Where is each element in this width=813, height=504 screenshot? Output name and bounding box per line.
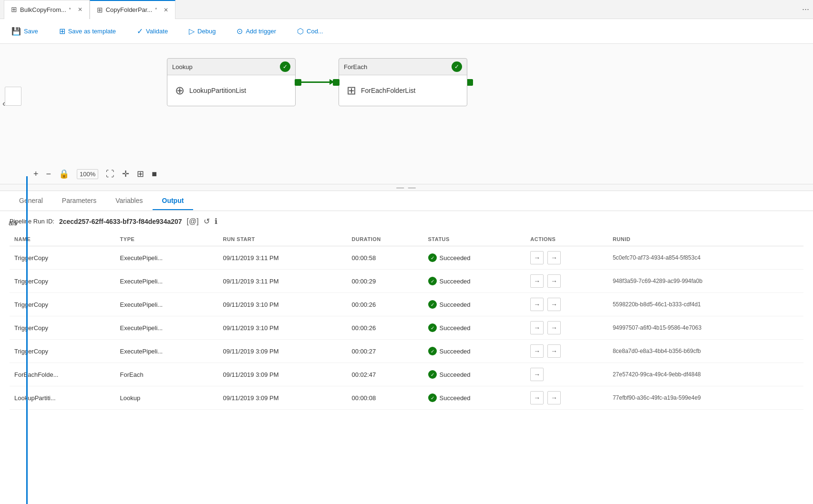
action-btn-2-4[interactable]: → bbox=[547, 344, 561, 358]
table-header: NAME TYPE RUN START DURATION STATUS ACTI… bbox=[10, 232, 803, 246]
canvas-select-tool[interactable]: ✛ bbox=[122, 169, 129, 179]
save-template-label: Save as template bbox=[68, 28, 116, 35]
foreach-node[interactable]: ForEach ✓ ⊞ ForEachFolderList bbox=[339, 58, 467, 106]
cell-type-0: ExecutePipeli... bbox=[115, 246, 218, 270]
lookup-node-icon: ⊕ bbox=[175, 84, 185, 97]
status-success-icon-4: ✓ bbox=[428, 347, 437, 355]
cell-run-start-3: 09/11/2019 3:10 PM bbox=[218, 316, 347, 340]
tab-copyfolder-label: CopyFolderPar... bbox=[106, 6, 153, 13]
tab-variables[interactable]: Variables bbox=[106, 192, 152, 210]
tab-general[interactable]: General bbox=[10, 192, 52, 210]
lookup-node[interactable]: Lookup ✓ ⊕ LookupPartitionList bbox=[167, 58, 296, 106]
table-row: TriggerCopy ExecutePipeli... 09/11/2019 … bbox=[10, 270, 803, 293]
cell-duration-1: 00:00:29 bbox=[347, 270, 423, 293]
cell-actions-3: → → bbox=[525, 316, 608, 340]
validate-label: Validate bbox=[146, 28, 168, 35]
divider-handle[interactable]: — — bbox=[0, 184, 813, 191]
table-row: LookupPartiti... Lookup 09/11/2019 3:09 … bbox=[10, 386, 803, 410]
action-btn-1-1[interactable]: → bbox=[530, 274, 544, 288]
tab-general-label: General bbox=[19, 197, 43, 204]
tab-bulkcopy-close[interactable]: ✕ bbox=[78, 6, 82, 13]
tab-output-label: Output bbox=[162, 197, 184, 204]
tab-parameters[interactable]: Parameters bbox=[52, 192, 106, 210]
tab-copyfolder-close[interactable]: ✕ bbox=[164, 7, 168, 13]
canvas-zoom-tool[interactable]: 100% bbox=[77, 169, 98, 179]
status-text-1: Succeeded bbox=[440, 278, 471, 285]
save-template-icon: ⊞ bbox=[59, 27, 65, 36]
cell-actions-0: → → bbox=[525, 246, 608, 270]
cell-status-1: ✓ Succeeded bbox=[423, 270, 526, 293]
cell-actions-6: → → bbox=[525, 386, 608, 410]
table-row: TriggerCopy ExecutePipeli... 09/11/2019 … bbox=[10, 246, 803, 270]
cell-type-4: ExecutePipeli... bbox=[115, 340, 218, 363]
cell-status-2: ✓ Succeeded bbox=[423, 293, 526, 316]
code-label: Cod... bbox=[307, 28, 323, 35]
tab-output[interactable]: Output bbox=[153, 192, 194, 210]
tab-bulkcopy[interactable]: ⊞ BulkCopyFrom... * ✕ bbox=[4, 0, 90, 19]
cell-duration-4: 00:00:27 bbox=[347, 340, 423, 363]
action-btn-2-6[interactable]: → bbox=[547, 391, 561, 404]
code-button[interactable]: ⬡ Cod... bbox=[293, 25, 327, 38]
copy-run-id-icon[interactable]: [@] bbox=[187, 217, 199, 226]
canvas-remove-tool[interactable]: − bbox=[46, 169, 51, 179]
cell-run-start-6: 09/11/2019 3:09 PM bbox=[218, 386, 347, 410]
pipeline-icon-2: ⊞ bbox=[97, 6, 103, 14]
action-btn-1-0[interactable]: → bbox=[530, 251, 544, 264]
save-icon: 💾 bbox=[11, 27, 21, 36]
canvas-view-tool[interactable]: ■ bbox=[152, 169, 157, 179]
cell-actions-5: → bbox=[525, 363, 608, 386]
action-btn-2-1[interactable]: → bbox=[547, 274, 561, 288]
status-success-icon-1: ✓ bbox=[428, 277, 437, 285]
pipeline-run-id-row: Pipeline Run ID: 2cecd257-62ff-4633-bf73… bbox=[10, 217, 803, 226]
save-template-button[interactable]: ⊞ Save as template bbox=[55, 25, 120, 38]
action-btn-2-0[interactable]: → bbox=[547, 251, 561, 264]
status-success-icon-5: ✓ bbox=[428, 370, 437, 379]
cell-name-3: TriggerCopy bbox=[10, 316, 115, 340]
canvas-lock-tool[interactable]: 🔒 bbox=[59, 169, 69, 179]
table-row: TriggerCopy ExecutePipeli... 09/11/2019 … bbox=[10, 316, 803, 340]
col-duration: DURATION bbox=[347, 232, 423, 246]
debug-button[interactable]: ▷ Debug bbox=[185, 25, 219, 38]
canvas-add-tool[interactable]: + bbox=[33, 169, 39, 179]
action-btn-1-3[interactable]: → bbox=[530, 321, 544, 334]
cell-type-5: ForEach bbox=[115, 363, 218, 386]
foreach-node-icon: ⊞ bbox=[347, 84, 356, 97]
tab-copyfolder[interactable]: ⊞ CopyFolderPar... * ✕ bbox=[90, 0, 175, 19]
action-btn-1-4[interactable]: → bbox=[530, 344, 544, 358]
col-runid: RUNID bbox=[608, 232, 803, 246]
blue-left-border bbox=[26, 176, 28, 504]
cell-runid-3: 94997507-a6f0-4b15-9586-4e7063 bbox=[608, 316, 803, 340]
pipeline-icon: ⊞ bbox=[11, 5, 17, 14]
action-btn-1-6[interactable]: → bbox=[530, 391, 544, 404]
status-success-icon-2: ✓ bbox=[428, 300, 437, 309]
validate-button[interactable]: ✓ Validate bbox=[133, 25, 172, 38]
cell-actions-1: → → bbox=[525, 270, 608, 293]
action-btn-1-5[interactable]: → bbox=[530, 368, 544, 381]
toolbar: 💾 Save ⊞ Save as template ✓ Validate ▷ D… bbox=[0, 19, 813, 44]
status-text-2: Succeeded bbox=[440, 301, 471, 308]
lookup-node-header: Lookup ✓ bbox=[167, 59, 295, 75]
save-button[interactable]: 💾 Save bbox=[8, 25, 42, 38]
action-btn-2-3[interactable]: → bbox=[547, 321, 561, 334]
status-success-icon-6: ✓ bbox=[428, 393, 437, 402]
canvas-fit-tool[interactable]: ⛶ bbox=[106, 169, 114, 179]
col-status: STATUS bbox=[423, 232, 526, 246]
tab-variables-label: Variables bbox=[115, 197, 143, 204]
cell-type-3: ExecutePipeli... bbox=[115, 316, 218, 340]
canvas-layout-tool[interactable]: ⊞ bbox=[137, 169, 144, 179]
cell-status-6: ✓ Succeeded bbox=[423, 386, 526, 410]
trigger-icon: ⊙ bbox=[237, 27, 243, 36]
add-trigger-button[interactable]: ⊙ Add trigger bbox=[233, 25, 280, 38]
debug-label: Debug bbox=[197, 28, 216, 35]
info-icon[interactable]: ℹ bbox=[215, 217, 217, 226]
col-name: NAME bbox=[10, 232, 115, 246]
col-run-start: RUN START bbox=[218, 232, 347, 246]
lookup-node-label: LookupPartitionList bbox=[189, 87, 246, 94]
tab-copyfolder-modified: * bbox=[155, 7, 157, 12]
action-btn-2-2[interactable]: → bbox=[547, 298, 561, 311]
action-btn-1-2[interactable]: → bbox=[530, 298, 544, 311]
refresh-icon[interactable]: ↺ bbox=[204, 217, 210, 226]
tab-overflow-icon[interactable]: ··· bbox=[802, 4, 809, 14]
status-text-5: Succeeded bbox=[440, 371, 471, 378]
tab-bar: ⊞ BulkCopyFrom... * ✕ ⊞ CopyFolderPar...… bbox=[0, 0, 813, 19]
